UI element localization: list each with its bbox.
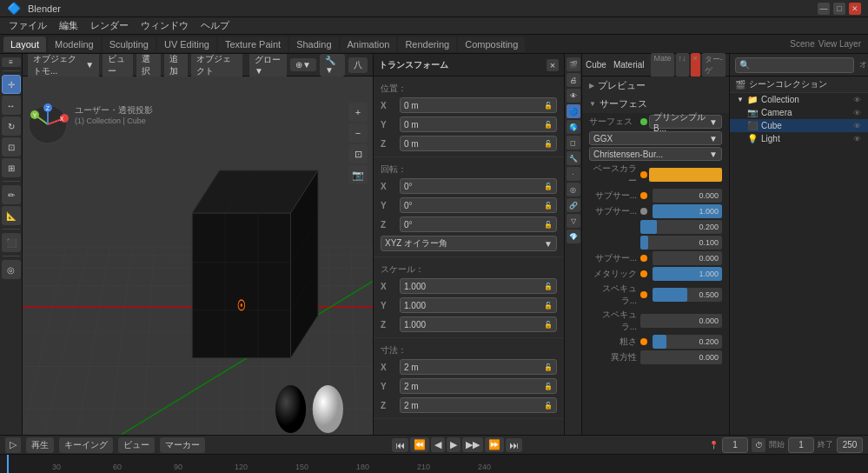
surface-material-dropdown[interactable]: プリンシプルB... ▼ <box>649 115 722 129</box>
roughness-slider[interactable]: 0.200 <box>653 335 722 349</box>
bevel-tool[interactable]: ◎ <box>2 260 21 279</box>
select-menu[interactable]: 選択 <box>136 54 161 79</box>
target-tab[interactable]: ター-ゲ <box>702 53 726 77</box>
dim-x-input[interactable]: 2 m 🔓 <box>400 359 557 375</box>
keying-btn[interactable]: キーイング <box>59 437 113 453</box>
prev-frame-btn[interactable]: ◀ <box>431 437 445 452</box>
marker-btn[interactable]: マーカー <box>160 437 205 453</box>
euler-dropdown[interactable]: XYZ オイラー角 ▼ <box>381 236 557 251</box>
glow-btn[interactable]: グロー▼ <box>249 54 287 77</box>
dim-y-input[interactable]: 2 m 🔓 <box>400 378 557 394</box>
dim-z-input[interactable]: 2 m 🔓 <box>400 397 557 413</box>
tab-uv-editing[interactable]: UV Editing <box>157 37 216 52</box>
zoom-out-icon[interactable]: − <box>348 123 368 143</box>
tab-shading[interactable]: Shading <box>289 37 338 52</box>
metallic-slider[interactable]: 1.000 <box>653 267 722 281</box>
add-cube-tool[interactable]: ⬛ <box>2 233 21 252</box>
particle-props-icon[interactable]: · <box>567 167 580 181</box>
viewport-canvas[interactable]: ユーザー・透視投影 (1) Collection | Cube X Y <box>23 77 373 435</box>
lock-rz-icon[interactable]: 🔓 <box>544 221 553 229</box>
subsurface2c-slider[interactable]: 0.100 <box>640 236 722 250</box>
rotation-x-input[interactable]: 0° 🔓 <box>400 178 557 194</box>
delete-tab[interactable]: × <box>691 53 700 77</box>
menu-help[interactable]: ヘルプ <box>195 17 235 34</box>
options-dropdown[interactable]: オプション▼ <box>859 59 868 70</box>
scene-props-icon[interactable]: 🔵 <box>567 104 580 118</box>
menu-window[interactable]: ウィンドウ <box>136 17 194 34</box>
base-color-swatch[interactable] <box>649 168 722 182</box>
lock-x-icon[interactable]: 🔓 <box>544 102 553 110</box>
location-x-input[interactable]: 0 m 🔓 <box>400 97 557 113</box>
preview-section-header[interactable]: ▶ プレビュー <box>582 77 729 95</box>
menu-file[interactable]: ファイル <box>3 17 52 34</box>
tab-animation[interactable]: Animation <box>341 37 397 52</box>
location-z-input[interactable]: 0 m 🔓 <box>400 136 557 151</box>
timeline-scrubber[interactable]: 30 60 90 120 150 180 210 240 <box>0 455 868 473</box>
measure-tool[interactable]: 📐 <box>2 206 21 225</box>
output-props-icon[interactable]: 🖨 <box>567 73 580 87</box>
nav-widget[interactable]: X Y Z <box>26 103 70 146</box>
mate-tab[interactable]: Mate <box>651 53 673 77</box>
start-frame-input[interactable]: 1 <box>788 437 814 453</box>
scale-x-input[interactable]: 1.000 🔓 <box>400 278 557 294</box>
camera-view-icon[interactable]: 📷 <box>348 165 368 184</box>
rotate-tool[interactable]: ↻ <box>2 117 21 136</box>
scale-tool[interactable]: ⊡ <box>2 137 21 157</box>
zoom-in-icon[interactable]: + <box>348 103 368 122</box>
lock-sz-icon[interactable]: 🔓 <box>544 321 553 329</box>
viewport-overlay-btn[interactable]: 🔧▼ <box>320 54 345 77</box>
light-tree-item[interactable]: 💡 Light 👁 <box>730 132 868 145</box>
anisotropy-slider[interactable]: 0.000 <box>640 350 722 364</box>
tab-layout[interactable]: Layout <box>3 37 46 52</box>
lock-y-icon[interactable]: 🔓 <box>544 121 553 129</box>
rotation-z-input[interactable]: 0° 🔓 <box>400 217 557 232</box>
object-mode-dropdown[interactable]: オブジェクトモ...▼ <box>28 54 99 79</box>
menu-render[interactable]: レンダー <box>85 17 134 34</box>
current-frame-input[interactable]: 1 <box>722 437 748 453</box>
camera-tree-item[interactable]: 📷 Camera 👁 <box>730 106 868 119</box>
move-tool[interactable]: ↔ <box>2 96 21 115</box>
tl-view-btn[interactable]: ビュー <box>118 437 155 453</box>
annotate-tool[interactable]: ✏ <box>2 185 21 204</box>
scale-y-input[interactable]: 1.000 🔓 <box>400 297 557 313</box>
frame-all-icon[interactable]: ⊡ <box>348 144 368 163</box>
tab-modeling[interactable]: Modeling <box>48 37 101 52</box>
scale-z-input[interactable]: 1.000 🔓 <box>400 316 557 332</box>
menu-edit[interactable]: 編集 <box>54 17 83 34</box>
end-frame-input[interactable]: 250 <box>837 437 863 453</box>
specular-slider[interactable]: 0.500 <box>653 288 722 302</box>
specular2-slider[interactable]: 0.000 <box>640 314 722 328</box>
rotation-y-input[interactable]: 0° 🔓 <box>400 197 557 213</box>
material-props-icon[interactable]: 💎 <box>567 230 580 243</box>
object-menu[interactable]: オブジェクト <box>191 54 242 79</box>
lock-sx-icon[interactable]: 🔓 <box>544 283 553 290</box>
collection-visibility-icon[interactable]: 👁 <box>853 96 861 104</box>
maximize-button[interactable]: □ <box>833 3 845 15</box>
sort-tab[interactable]: ↑↓ <box>676 53 689 77</box>
lock-dz-icon[interactable]: 🔓 <box>544 402 553 410</box>
xray-btn[interactable]: 八 <box>348 57 368 73</box>
christensen-dropdown[interactable]: Christensen-Bur... ▼ <box>589 147 722 161</box>
view-props-icon[interactable]: 👁 <box>567 89 580 103</box>
panel-close-btn[interactable]: × <box>547 59 559 71</box>
object-props-icon[interactable]: ◻ <box>567 136 580 150</box>
camera-visibility-icon[interactable]: 👁 <box>853 109 861 117</box>
minimize-button[interactable]: — <box>818 3 830 15</box>
playback-btn[interactable]: 再生 <box>26 437 54 453</box>
lock-z-icon[interactable]: 🔓 <box>544 140 553 148</box>
data-props-icon[interactable]: ▽ <box>567 214 580 228</box>
lock-ry-icon[interactable]: 🔓 <box>544 202 553 210</box>
light-visibility-icon[interactable]: 👁 <box>853 135 861 143</box>
lock-sy-icon[interactable]: 🔓 <box>544 302 553 310</box>
outliner-search-input[interactable] <box>735 57 854 73</box>
subsurface1-slider[interactable]: 0.000 <box>653 189 722 203</box>
object-mode-btn[interactable]: ≡ <box>2 57 21 67</box>
navigation-gizmo[interactable]: X Y Z <box>26 103 70 146</box>
transform-tool[interactable]: ⊞ <box>2 158 21 177</box>
jump-start-btn[interactable]: ⏮ <box>392 438 408 452</box>
constraints-props-icon[interactable]: 🔗 <box>567 198 580 212</box>
next-key-btn[interactable]: ⏩ <box>485 437 504 452</box>
timeline-type-btn[interactable]: ▷ <box>5 437 21 453</box>
render-props-icon[interactable]: 🎬 <box>567 57 580 71</box>
modifier-props-icon[interactable]: 🔧 <box>567 151 580 165</box>
